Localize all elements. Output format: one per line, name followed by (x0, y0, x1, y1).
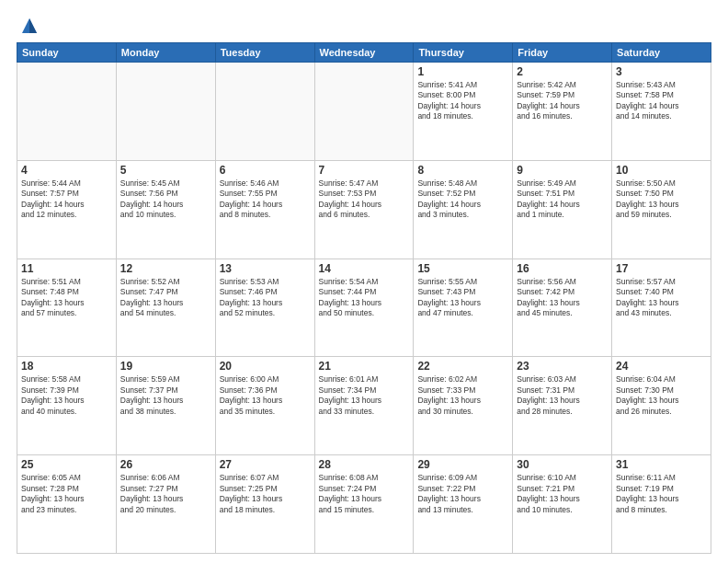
day-number-29: 29 (417, 458, 508, 471)
day-info-30: Sunrise: 6:10 AM Sunset: 7:21 PM Dayligh… (517, 473, 608, 515)
day-number-16: 16 (517, 262, 608, 275)
day-number-2: 2 (517, 65, 608, 78)
empty-cell (314, 63, 414, 161)
day-number-8: 8 (417, 164, 508, 177)
calendar-weekday-saturday: Saturday (612, 43, 711, 63)
day-info-26: Sunrise: 6:06 AM Sunset: 7:27 PM Dayligh… (120, 473, 211, 515)
day-cell-22: 22Sunrise: 6:02 AM Sunset: 7:33 PM Dayli… (414, 357, 513, 455)
day-info-16: Sunrise: 5:56 AM Sunset: 7:42 PM Dayligh… (517, 277, 608, 319)
day-cell-9: 9Sunrise: 5:49 AM Sunset: 7:51 PM Daylig… (513, 160, 612, 259)
day-cell-11: 11Sunrise: 5:51 AM Sunset: 7:48 PM Dayli… (17, 259, 117, 357)
day-cell-1: 1Sunrise: 5:41 AM Sunset: 8:00 PM Daylig… (414, 63, 513, 161)
calendar-week-1: 1Sunrise: 5:41 AM Sunset: 8:00 PM Daylig… (17, 63, 711, 161)
day-number-11: 11 (21, 262, 112, 275)
day-info-8: Sunrise: 5:48 AM Sunset: 7:52 PM Dayligh… (417, 178, 508, 221)
day-info-24: Sunrise: 6:04 AM Sunset: 7:30 PM Dayligh… (616, 374, 707, 417)
day-cell-17: 17Sunrise: 5:57 AM Sunset: 7:40 PM Dayli… (612, 259, 711, 357)
day-cell-26: 26Sunrise: 6:06 AM Sunset: 7:27 PM Dayli… (116, 455, 215, 554)
header (17, 17, 711, 35)
day-number-10: 10 (616, 164, 707, 177)
day-number-6: 6 (220, 164, 311, 177)
day-info-3: Sunrise: 5:43 AM Sunset: 7:58 PM Dayligh… (616, 80, 707, 122)
day-info-25: Sunrise: 6:05 AM Sunset: 7:28 PM Dayligh… (21, 473, 112, 515)
day-cell-16: 16Sunrise: 5:56 AM Sunset: 7:42 PM Dayli… (513, 259, 612, 357)
day-cell-5: 5Sunrise: 5:45 AM Sunset: 7:56 PM Daylig… (116, 160, 215, 259)
day-cell-24: 24Sunrise: 6:04 AM Sunset: 7:30 PM Dayli… (612, 357, 711, 455)
day-info-4: Sunrise: 5:44 AM Sunset: 7:57 PM Dayligh… (21, 178, 112, 221)
calendar-weekday-sunday: Sunday (17, 43, 117, 63)
day-number-12: 12 (120, 262, 211, 275)
day-info-19: Sunrise: 5:59 AM Sunset: 7:37 PM Dayligh… (120, 374, 211, 417)
day-info-7: Sunrise: 5:47 AM Sunset: 7:53 PM Dayligh… (319, 178, 410, 221)
empty-cell (116, 63, 215, 161)
logo-icon (20, 17, 39, 35)
day-info-13: Sunrise: 5:53 AM Sunset: 7:46 PM Dayligh… (220, 277, 311, 319)
day-info-9: Sunrise: 5:49 AM Sunset: 7:51 PM Dayligh… (517, 178, 608, 221)
empty-cell (17, 63, 117, 161)
day-cell-28: 28Sunrise: 6:08 AM Sunset: 7:24 PM Dayli… (314, 455, 414, 554)
day-info-15: Sunrise: 5:55 AM Sunset: 7:43 PM Dayligh… (417, 277, 508, 319)
day-number-19: 19 (120, 360, 211, 373)
day-info-14: Sunrise: 5:54 AM Sunset: 7:44 PM Dayligh… (319, 277, 410, 319)
svg-marker-1 (29, 18, 37, 33)
day-number-17: 17 (616, 262, 707, 275)
day-number-5: 5 (120, 164, 211, 177)
day-number-25: 25 (21, 458, 112, 471)
day-number-20: 20 (220, 360, 311, 373)
day-cell-6: 6Sunrise: 5:46 AM Sunset: 7:55 PM Daylig… (215, 160, 314, 259)
logo (17, 17, 39, 35)
day-cell-12: 12Sunrise: 5:52 AM Sunset: 7:47 PM Dayli… (116, 259, 215, 357)
day-info-21: Sunrise: 6:01 AM Sunset: 7:34 PM Dayligh… (319, 374, 410, 417)
day-info-11: Sunrise: 5:51 AM Sunset: 7:48 PM Dayligh… (21, 277, 112, 319)
calendar-weekday-wednesday: Wednesday (314, 43, 414, 63)
day-cell-4: 4Sunrise: 5:44 AM Sunset: 7:57 PM Daylig… (17, 160, 117, 259)
day-number-3: 3 (616, 65, 707, 78)
day-cell-30: 30Sunrise: 6:10 AM Sunset: 7:21 PM Dayli… (513, 455, 612, 554)
calendar-weekday-thursday: Thursday (414, 43, 513, 63)
page: SundayMondayTuesdayWednesdayThursdayFrid… (0, 0, 728, 563)
day-cell-10: 10Sunrise: 5:50 AM Sunset: 7:50 PM Dayli… (612, 160, 711, 259)
day-number-21: 21 (319, 360, 410, 373)
day-cell-3: 3Sunrise: 5:43 AM Sunset: 7:58 PM Daylig… (612, 63, 711, 161)
day-cell-8: 8Sunrise: 5:48 AM Sunset: 7:52 PM Daylig… (414, 160, 513, 259)
day-number-7: 7 (319, 164, 410, 177)
day-number-26: 26 (120, 458, 211, 471)
day-cell-29: 29Sunrise: 6:09 AM Sunset: 7:22 PM Dayli… (414, 455, 513, 554)
day-cell-14: 14Sunrise: 5:54 AM Sunset: 7:44 PM Dayli… (314, 259, 414, 357)
day-cell-19: 19Sunrise: 5:59 AM Sunset: 7:37 PM Dayli… (116, 357, 215, 455)
calendar-weekday-friday: Friday (513, 43, 612, 63)
day-number-18: 18 (21, 360, 112, 373)
calendar-header-row: SundayMondayTuesdayWednesdayThursdayFrid… (17, 43, 711, 63)
day-cell-13: 13Sunrise: 5:53 AM Sunset: 7:46 PM Dayli… (215, 259, 314, 357)
day-number-23: 23 (517, 360, 608, 373)
day-info-28: Sunrise: 6:08 AM Sunset: 7:24 PM Dayligh… (319, 473, 410, 515)
day-cell-20: 20Sunrise: 6:00 AM Sunset: 7:36 PM Dayli… (215, 357, 314, 455)
day-info-29: Sunrise: 6:09 AM Sunset: 7:22 PM Dayligh… (417, 473, 508, 515)
day-cell-15: 15Sunrise: 5:55 AM Sunset: 7:43 PM Dayli… (414, 259, 513, 357)
day-number-28: 28 (319, 458, 410, 471)
day-cell-25: 25Sunrise: 6:05 AM Sunset: 7:28 PM Dayli… (17, 455, 117, 554)
day-info-20: Sunrise: 6:00 AM Sunset: 7:36 PM Dayligh… (220, 374, 311, 417)
day-cell-2: 2Sunrise: 5:42 AM Sunset: 7:59 PM Daylig… (513, 63, 612, 161)
calendar-weekday-monday: Monday (116, 43, 215, 63)
day-info-12: Sunrise: 5:52 AM Sunset: 7:47 PM Dayligh… (120, 277, 211, 319)
day-cell-31: 31Sunrise: 6:11 AM Sunset: 7:19 PM Dayli… (612, 455, 711, 554)
calendar-week-2: 4Sunrise: 5:44 AM Sunset: 7:57 PM Daylig… (17, 160, 711, 259)
day-info-1: Sunrise: 5:41 AM Sunset: 8:00 PM Dayligh… (417, 80, 508, 122)
day-info-31: Sunrise: 6:11 AM Sunset: 7:19 PM Dayligh… (616, 473, 707, 515)
calendar-weekday-tuesday: Tuesday (215, 43, 314, 63)
day-info-6: Sunrise: 5:46 AM Sunset: 7:55 PM Dayligh… (220, 178, 311, 221)
day-cell-27: 27Sunrise: 6:07 AM Sunset: 7:25 PM Dayli… (215, 455, 314, 554)
day-info-18: Sunrise: 5:58 AM Sunset: 7:39 PM Dayligh… (21, 374, 112, 417)
day-number-1: 1 (417, 65, 508, 78)
day-info-10: Sunrise: 5:50 AM Sunset: 7:50 PM Dayligh… (616, 178, 707, 221)
calendar-week-5: 25Sunrise: 6:05 AM Sunset: 7:28 PM Dayli… (17, 455, 711, 554)
day-info-23: Sunrise: 6:03 AM Sunset: 7:31 PM Dayligh… (517, 374, 608, 417)
day-number-15: 15 (417, 262, 508, 275)
empty-cell (215, 63, 314, 161)
day-number-14: 14 (319, 262, 410, 275)
day-info-22: Sunrise: 6:02 AM Sunset: 7:33 PM Dayligh… (417, 374, 508, 417)
day-number-4: 4 (21, 164, 112, 177)
calendar-week-4: 18Sunrise: 5:58 AM Sunset: 7:39 PM Dayli… (17, 357, 711, 455)
day-number-9: 9 (517, 164, 608, 177)
